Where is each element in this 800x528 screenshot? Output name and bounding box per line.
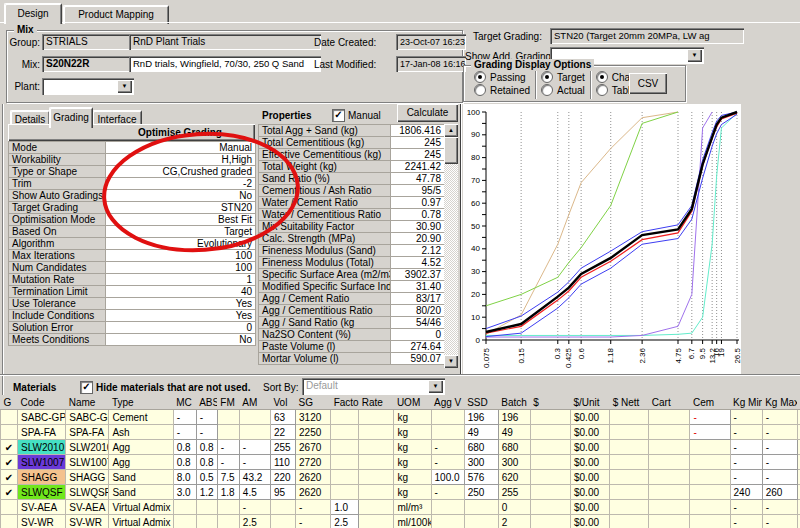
- cell-cem[interactable]: -: [690, 425, 730, 440]
- cell--[interactable]: [530, 500, 570, 515]
- used-checkmark-icon[interactable]: ✔: [1, 485, 18, 500]
- cell-kg-min[interactable]: -: [730, 440, 762, 455]
- cell-uom[interactable]: ml/100kg: [394, 515, 431, 528]
- cell-kg-max[interactable]: -: [762, 470, 797, 485]
- hide-materials-checkbox[interactable]: ✓: [80, 381, 93, 394]
- cell-kg-min[interactable]: -: [730, 455, 762, 470]
- optimise-value[interactable]: Yes: [106, 298, 256, 310]
- cell-cem[interactable]: [690, 440, 730, 455]
- cell-name[interactable]: SHAGG: [66, 470, 109, 485]
- cell-agg-v[interactable]: -: [431, 455, 464, 470]
- cell-kg-min[interactable]: 240: [730, 485, 762, 500]
- scrollbar-thumb[interactable]: [444, 137, 458, 164]
- property-value[interactable]: 54/46: [391, 317, 445, 329]
- cell-agg-v[interactable]: -: [431, 485, 464, 500]
- optimise-value[interactable]: 40: [106, 286, 256, 298]
- cell-kg-max[interactable]: -: [762, 500, 797, 515]
- cell-sg[interactable]: -: [296, 515, 331, 528]
- cell-type[interactable]: Sand: [109, 470, 173, 485]
- cell-rate[interactable]: [359, 470, 394, 485]
- cell-cart[interactable]: [649, 455, 690, 470]
- optimise-value[interactable]: Target: [106, 226, 256, 238]
- cell-vol[interactable]: [270, 515, 295, 528]
- optimise-value[interactable]: H,High: [106, 154, 256, 166]
- cell-kg-min[interactable]: -: [730, 410, 762, 425]
- optimise-value[interactable]: No: [106, 334, 256, 346]
- cell-g[interactable]: [1, 410, 18, 425]
- cell-sg[interactable]: -: [296, 500, 331, 515]
- cell-ssd[interactable]: 680: [464, 440, 498, 455]
- cell-code[interactable]: SHAGG: [18, 470, 66, 485]
- cell-mc[interactable]: -: [173, 410, 196, 425]
- used-checkmark-icon[interactable]: ✔: [1, 455, 18, 470]
- cell-uom[interactable]: ml/m³: [394, 500, 431, 515]
- cell-agg-v[interactable]: 100.0: [431, 470, 464, 485]
- cell--nett[interactable]: [610, 500, 649, 515]
- cell-mc[interactable]: [173, 515, 196, 528]
- optimise-value[interactable]: Evolutionary: [106, 238, 256, 250]
- cell-name[interactable]: SPA-FA: [66, 425, 109, 440]
- radio-icon[interactable]: [596, 71, 608, 83]
- cell-fm[interactable]: [217, 425, 239, 440]
- cell-uom[interactable]: kg: [394, 485, 431, 500]
- cell-rate[interactable]: [359, 455, 394, 470]
- cell-abs[interactable]: 1.2: [196, 485, 217, 500]
- cell-vol[interactable]: 110: [270, 455, 295, 470]
- property-value[interactable]: 47.78: [391, 173, 445, 185]
- cell-code[interactable]: SLWQSF: [18, 485, 66, 500]
- cell--[interactable]: [530, 470, 570, 485]
- cell--[interactable]: [530, 455, 570, 470]
- cell-cart[interactable]: [649, 500, 690, 515]
- radio-icon[interactable]: [474, 71, 486, 83]
- cell-agg-v[interactable]: [431, 410, 464, 425]
- radio-icon[interactable]: [541, 71, 553, 83]
- cell-vol[interactable]: 220: [270, 470, 295, 485]
- cell-kg-max[interactable]: -: [762, 455, 797, 470]
- cell-ssd[interactable]: 49: [464, 425, 498, 440]
- cell-type[interactable]: Virtual Admix: [109, 515, 173, 528]
- cell-rate[interactable]: [359, 425, 394, 440]
- cell-ssd[interactable]: 300: [464, 455, 498, 470]
- optimise-value[interactable]: No: [106, 190, 256, 202]
- csv-button[interactable]: CSV: [629, 73, 667, 94]
- cell-rate[interactable]: [359, 440, 394, 455]
- cell-code[interactable]: SV-AEA: [18, 500, 66, 515]
- cell-ssd[interactable]: 576: [464, 470, 498, 485]
- property-value[interactable]: 80/20: [391, 305, 445, 317]
- properties-scrollbar[interactable]: ▲ ▼: [444, 124, 458, 368]
- cell-fm[interactable]: [217, 500, 239, 515]
- cell-rate[interactable]: [359, 410, 394, 425]
- property-value[interactable]: 95/5: [391, 185, 445, 197]
- optimise-value[interactable]: 1: [106, 274, 256, 286]
- cell-am[interactable]: [239, 425, 270, 440]
- cell-name[interactable]: SLW1007: [66, 455, 109, 470]
- cell-cem[interactable]: [690, 455, 730, 470]
- cell-ssd[interactable]: [464, 500, 498, 515]
- cell-kg-max[interactable]: -: [762, 425, 797, 440]
- cell-cart[interactable]: [649, 470, 690, 485]
- cell--nett[interactable]: [610, 515, 649, 528]
- cell-mc[interactable]: 3.0: [173, 485, 196, 500]
- cell-vol[interactable]: [270, 500, 295, 515]
- cell-sg[interactable]: 2620: [296, 485, 331, 500]
- cell-agg-v[interactable]: [431, 500, 464, 515]
- cell-abs[interactable]: 0.8: [196, 455, 217, 470]
- used-checkmark-icon[interactable]: ✔: [1, 470, 18, 485]
- cell--unit[interactable]: $0.00: [571, 485, 610, 500]
- cell-kg-min[interactable]: -: [730, 425, 762, 440]
- cell--unit[interactable]: $0.00: [571, 515, 610, 528]
- cell-am[interactable]: -: [239, 440, 270, 455]
- property-value[interactable]: 0.97: [391, 197, 445, 209]
- cell--[interactable]: [530, 425, 570, 440]
- cell-uom[interactable]: kg: [394, 440, 431, 455]
- property-value[interactable]: 30.90: [391, 221, 445, 233]
- cell--nett[interactable]: [610, 440, 649, 455]
- cell-cart[interactable]: [649, 485, 690, 500]
- cell-cem[interactable]: [690, 485, 730, 500]
- cell-facto[interactable]: 1.0: [331, 500, 359, 515]
- property-value[interactable]: 31.40: [391, 281, 445, 293]
- cell-code[interactable]: SABC-GP: [18, 410, 66, 425]
- group-field[interactable]: STRIALS: [42, 34, 134, 50]
- cell-g[interactable]: [1, 515, 18, 528]
- used-checkmark-icon[interactable]: ✔: [1, 440, 18, 455]
